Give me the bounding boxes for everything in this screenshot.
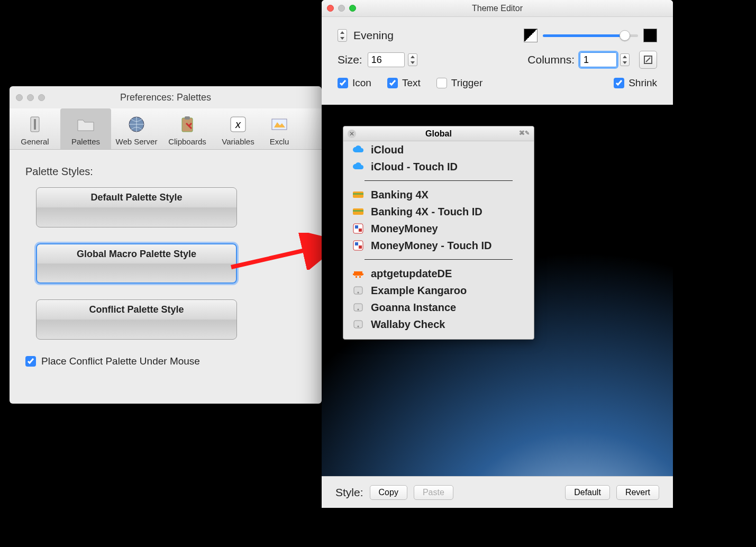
shrink-checkbox-label: Shrink bbox=[629, 77, 657, 89]
contrast-slider[interactable] bbox=[543, 34, 638, 37]
palette-item[interactable]: iCloud bbox=[343, 141, 534, 158]
style-global-macro[interactable]: Global Macro Palette Style bbox=[36, 243, 237, 284]
palette-item-label: Banking 4X bbox=[371, 189, 429, 201]
svg-rect-12 bbox=[353, 210, 363, 212]
default-button[interactable]: Default bbox=[565, 485, 610, 500]
columns-input[interactable] bbox=[580, 52, 617, 67]
drive-icon bbox=[352, 284, 365, 297]
apps-icon bbox=[263, 113, 295, 136]
theme-editor-window: Theme Editor Evening Size: Columns: bbox=[322, 0, 673, 508]
place-conflict-label: Place Conflict Palette Under Mouse bbox=[41, 355, 200, 367]
tab-clipboards[interactable]: Clipboards bbox=[162, 108, 213, 149]
tab-variables[interactable]: x Variables bbox=[213, 108, 263, 149]
color-start-swatch[interactable] bbox=[524, 29, 538, 42]
palette-item[interactable]: MoneyMoney bbox=[343, 220, 534, 237]
alien-icon bbox=[352, 267, 365, 280]
svg-rect-4 bbox=[185, 116, 190, 120]
app-icon bbox=[352, 222, 365, 235]
svg-rect-20 bbox=[362, 274, 363, 275]
folder-icon bbox=[60, 113, 111, 136]
revert-button[interactable]: Revert bbox=[616, 485, 659, 500]
app-icon bbox=[352, 239, 365, 252]
tab-general[interactable]: General bbox=[10, 108, 60, 149]
palette-close-button[interactable]: ✕ bbox=[348, 130, 356, 138]
trigger-checkbox[interactable] bbox=[436, 78, 447, 88]
cloud-icon bbox=[352, 160, 365, 173]
svg-point-24 bbox=[358, 292, 359, 294]
palette-item[interactable]: Banking 4X - Touch ID bbox=[343, 203, 534, 220]
palette-item[interactable]: MoneyMoney - Touch ID bbox=[343, 237, 534, 254]
svg-rect-10 bbox=[353, 193, 363, 195]
preset-name: Evening bbox=[353, 29, 394, 42]
text-checkbox-label: Text bbox=[402, 77, 421, 89]
text-checkbox[interactable] bbox=[387, 78, 398, 88]
palette-item-label: Example Kangaroo bbox=[371, 285, 467, 297]
global-palette: ✕ Global ⌘✎ iCloudiCloud - Touch IDBanki… bbox=[343, 126, 534, 340]
card-icon bbox=[352, 205, 365, 218]
preferences-body: Palette Styles: Default Palette Style Gl… bbox=[10, 150, 322, 378]
style-label: Style: bbox=[335, 486, 363, 499]
tab-palettes[interactable]: Palettes bbox=[60, 108, 111, 149]
slider-icon bbox=[10, 113, 60, 136]
tab-web-server[interactable]: Web Server bbox=[111, 108, 162, 149]
trigger-checkbox-label: Trigger bbox=[451, 77, 482, 89]
color-end-swatch[interactable] bbox=[643, 29, 657, 42]
columns-label: Columns: bbox=[527, 53, 575, 66]
svg-rect-19 bbox=[353, 274, 354, 275]
palette-item-label: MoneyMoney - Touch ID bbox=[371, 240, 492, 252]
clipboard-icon bbox=[162, 113, 213, 136]
theme-controls: Evening Size: Columns: Icon bbox=[322, 17, 673, 105]
preferences-titlebar: Preferences: Palettes bbox=[10, 86, 322, 108]
preset-stepper[interactable] bbox=[338, 29, 347, 42]
palette-item[interactable]: Goanna Instance bbox=[343, 299, 534, 316]
copy-button[interactable]: Copy bbox=[370, 485, 407, 500]
preferences-title: Preferences: Palettes bbox=[10, 92, 322, 103]
variable-icon: x bbox=[213, 113, 263, 136]
svg-rect-17 bbox=[355, 242, 358, 245]
palette-separator bbox=[365, 180, 513, 181]
palette-item[interactable]: Wallaby Check bbox=[343, 316, 534, 333]
theme-editor-title: Theme Editor bbox=[322, 4, 673, 13]
palette-item[interactable]: Example Kangaroo bbox=[343, 282, 534, 299]
size-stepper[interactable] bbox=[408, 53, 417, 66]
paste-button[interactable]: Paste bbox=[414, 485, 453, 500]
cloud-icon bbox=[352, 143, 365, 156]
palette-item-label: aptgetupdateDE bbox=[371, 268, 452, 280]
preferences-window: Preferences: Palettes General Palettes W… bbox=[10, 86, 322, 404]
theme-bottom-bar: Style: Copy Paste Default Revert bbox=[322, 476, 673, 508]
palette-item[interactable]: aptgetupdateDE bbox=[343, 265, 534, 282]
palette-header: ✕ Global ⌘✎ bbox=[343, 126, 534, 141]
svg-rect-21 bbox=[356, 276, 357, 278]
svg-text:x: x bbox=[235, 118, 241, 130]
palette-styles-label: Palette Styles: bbox=[25, 166, 306, 178]
palette-edit-button[interactable]: ⌘✎ bbox=[519, 130, 530, 136]
card-icon bbox=[352, 188, 365, 201]
size-label: Size: bbox=[338, 53, 362, 66]
palette-title: Global bbox=[425, 129, 452, 139]
style-default[interactable]: Default Palette Style bbox=[36, 187, 237, 227]
tab-excluded[interactable]: Exclu bbox=[263, 108, 295, 149]
globe-icon bbox=[111, 113, 162, 136]
columns-stepper[interactable] bbox=[620, 53, 630, 66]
size-input[interactable] bbox=[368, 52, 405, 67]
icon-checkbox-label: Icon bbox=[352, 77, 371, 89]
drive-icon bbox=[352, 318, 365, 331]
place-conflict-checkbox[interactable] bbox=[25, 356, 36, 367]
shrink-checkbox[interactable] bbox=[614, 78, 624, 88]
palette-item-label: iCloud bbox=[371, 144, 404, 156]
svg-point-26 bbox=[358, 309, 359, 311]
svg-rect-1 bbox=[34, 119, 36, 130]
palette-item[interactable]: Banking 4X bbox=[343, 186, 534, 203]
style-conflict[interactable]: Conflict Palette Style bbox=[36, 299, 237, 340]
palette-item-label: Banking 4X - Touch ID bbox=[371, 206, 482, 218]
edit-layout-button[interactable] bbox=[639, 51, 657, 69]
svg-rect-15 bbox=[359, 229, 362, 232]
svg-rect-22 bbox=[359, 276, 361, 278]
icon-checkbox[interactable] bbox=[338, 78, 348, 88]
palette-item-label: Wallaby Check bbox=[371, 318, 445, 331]
svg-rect-18 bbox=[359, 245, 362, 249]
palette-separator bbox=[365, 259, 513, 260]
palette-item-label: Goanna Instance bbox=[371, 302, 456, 314]
palette-item[interactable]: iCloud - Touch ID bbox=[343, 158, 534, 175]
theme-titlebar: Theme Editor bbox=[322, 0, 673, 17]
